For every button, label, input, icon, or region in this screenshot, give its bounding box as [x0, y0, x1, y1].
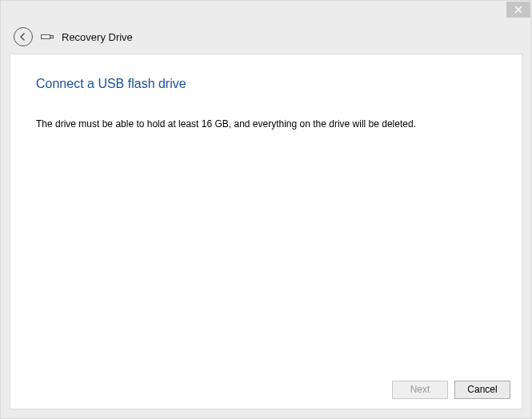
close-button[interactable] [506, 2, 530, 18]
page-body-text: The drive must be able to hold at least … [36, 117, 496, 131]
svg-rect-2 [42, 35, 50, 39]
titlebar [1, 1, 531, 20]
content-inner: Connect a USB flash drive The drive must… [10, 54, 522, 370]
next-button: Next [392, 381, 448, 399]
page-heading: Connect a USB flash drive [36, 77, 496, 91]
wizard-window: Recovery Drive Connect a USB flash drive… [0, 0, 532, 419]
back-button[interactable] [14, 27, 33, 46]
header: Recovery Drive [1, 20, 531, 54]
drive-icon [41, 33, 54, 41]
svg-rect-3 [50, 36, 54, 38]
content-area: Connect a USB flash drive The drive must… [10, 54, 522, 409]
window-title: Recovery Drive [62, 31, 133, 43]
cancel-button[interactable]: Cancel [454, 381, 510, 399]
button-row: Next Cancel [10, 370, 522, 409]
